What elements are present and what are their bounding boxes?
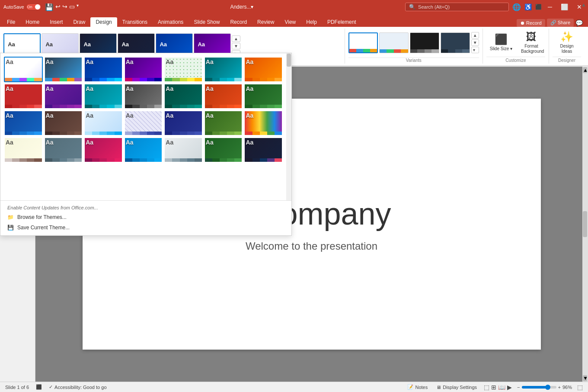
- theme-item-18[interactable]: Aa: [164, 110, 203, 136]
- scroll-down-btn[interactable]: ▼: [583, 375, 587, 381]
- variant-2[interactable]: [379, 32, 409, 53]
- accessibility-status[interactable]: ✓ Accessibility: Good to go: [49, 384, 106, 390]
- slide-subtitle: Welcome to the presentation: [246, 240, 377, 252]
- theme-scrollbar[interactable]: [286, 53, 291, 200]
- scroll-up-btn[interactable]: ▲: [583, 67, 587, 73]
- theme-item-7[interactable]: Aa: [4, 84, 43, 109]
- theme-item-15[interactable]: Aa: [44, 110, 83, 136]
- theme-item-24[interactable]: Aa: [124, 137, 163, 163]
- variant-3[interactable]: [410, 32, 439, 53]
- zoom-in-button[interactable]: +: [558, 385, 561, 390]
- share-button[interactable]: 🔗 Share: [547, 19, 574, 27]
- tab-home[interactable]: Home: [20, 17, 45, 27]
- notes-label: Notes: [415, 385, 428, 390]
- comments-icon[interactable]: 💬: [575, 19, 583, 26]
- search-placeholder: Search (Alt+Q): [418, 4, 450, 10]
- theme-item-3[interactable]: Aa: [124, 57, 163, 82]
- theme-item-2[interactable]: Aa: [84, 57, 123, 82]
- zoom-slider[interactable]: [522, 386, 556, 389]
- record-button-top[interactable]: ⏺ Record: [517, 19, 545, 27]
- main-scrollbar[interactable]: ▲ ▼: [582, 67, 588, 382]
- theme-item-20[interactable]: Aa: [244, 110, 283, 136]
- scrollbar-thumb[interactable]: [583, 211, 587, 237]
- slide-sorter-icon[interactable]: ⊞: [491, 384, 496, 391]
- ribbon-collapse-icon[interactable]: ⬛: [535, 4, 542, 10]
- theme-item-13[interactable]: Aa: [244, 84, 283, 109]
- theme-item-4[interactable]: Aa: [164, 57, 203, 82]
- theme-item-23[interactable]: Aa: [84, 137, 123, 163]
- theme-item-9[interactable]: Aa: [84, 84, 123, 109]
- variants-scroll-up[interactable]: ▲: [471, 32, 479, 39]
- autosave-toggle[interactable]: On: [26, 3, 42, 10]
- save-theme-item[interactable]: 💾 Save Current Theme...: [4, 222, 288, 233]
- theme-item-11[interactable]: Aa: [164, 84, 203, 109]
- tab-file[interactable]: File: [2, 17, 20, 27]
- theme-item-5[interactable]: Aa: [204, 57, 243, 82]
- enable-updates-text[interactable]: Enable Content Updates from Office.com..…: [4, 203, 288, 212]
- redo-icon[interactable]: ↪: [62, 3, 67, 11]
- theme-item-1[interactable]: Aa: [44, 57, 83, 82]
- tab-pdfelement[interactable]: PDFelement: [322, 17, 361, 27]
- minimize-button[interactable]: ─: [545, 3, 555, 11]
- design-ideas-button[interactable]: ✨ Design Ideas: [553, 29, 581, 56]
- theme-item-10[interactable]: Aa: [124, 84, 163, 109]
- format-background-button[interactable]: 🖼 Format Background: [518, 29, 545, 56]
- display-settings-button[interactable]: 🖥 Display Settings: [435, 384, 479, 391]
- tab-animations[interactable]: Animations: [153, 17, 189, 27]
- theme-item-17[interactable]: Aa: [124, 110, 163, 136]
- filename[interactable]: Anders...▾: [79, 4, 405, 10]
- reading-view-icon[interactable]: 📖: [498, 384, 505, 391]
- tab-record[interactable]: Record: [225, 17, 252, 27]
- variants-expand[interactable]: ▾: [471, 47, 479, 53]
- normal-view-icon[interactable]: ⬚: [484, 384, 489, 391]
- variants-scroll-down[interactable]: ▼: [471, 39, 479, 46]
- theme-scrollbar-thumb[interactable]: [287, 54, 291, 67]
- tab-slideshow[interactable]: Slide Show: [189, 17, 225, 27]
- variant-4[interactable]: [441, 32, 470, 53]
- notes-button[interactable]: 📝 Notes: [406, 383, 429, 391]
- zoom-level[interactable]: 96%: [562, 385, 572, 390]
- slide-size-button[interactable]: ⬛ Slide Size ▾: [486, 32, 516, 53]
- tab-help[interactable]: Help: [301, 17, 322, 27]
- ribbon-collapse-arrow[interactable]: ▲: [579, 0, 588, 10]
- theme-item-16[interactable]: Aa: [84, 110, 123, 136]
- design-ideas-icon: ✨: [560, 31, 573, 43]
- theme-item-6[interactable]: Aa: [244, 57, 283, 82]
- zoom-thumb[interactable]: [545, 385, 550, 390]
- customize-quick-access-icon[interactable]: ⬛: [36, 384, 42, 390]
- theme-item-19[interactable]: Aa: [204, 110, 243, 136]
- theme-item-8[interactable]: Aa: [44, 84, 83, 109]
- status-right: 📝 Notes 🖥 Display Settings ⬚ ⊞ 📖 ▶ − + 9…: [406, 383, 583, 391]
- slideshow-view-icon[interactable]: ▶: [507, 384, 512, 391]
- theme-item-21[interactable]: Aa: [4, 137, 43, 163]
- tab-draw[interactable]: Draw: [68, 17, 90, 27]
- tab-review[interactable]: Review: [252, 17, 279, 27]
- restore-button[interactable]: ⬜: [558, 3, 571, 11]
- designer-label: Designer: [553, 57, 581, 64]
- theme-item-22[interactable]: Aa: [44, 137, 83, 163]
- dropdown-footer: Enable Content Updates from Office.com..…: [0, 200, 291, 235]
- save-icon[interactable]: 💾: [45, 3, 54, 11]
- tab-transitions[interactable]: Transitions: [117, 17, 153, 27]
- undo-icon[interactable]: ↩: [55, 3, 61, 11]
- help-globe-icon[interactable]: 🌐: [512, 3, 521, 11]
- gallery-scroll-down[interactable]: ▼: [232, 43, 240, 49]
- theme-item-12[interactable]: Aa: [204, 84, 243, 109]
- customize-icon[interactable]: ▭: [69, 3, 75, 11]
- accessibility-icon[interactable]: ♿: [524, 3, 532, 10]
- theme-item-14[interactable]: Aa: [4, 110, 43, 136]
- gallery-scroll-up[interactable]: ▲: [232, 35, 240, 42]
- fit-to-window-icon[interactable]: ⬚: [577, 384, 583, 391]
- theme-item-0[interactable]: Aa: [4, 57, 43, 82]
- theme-item-27[interactable]: Aa: [244, 137, 283, 163]
- theme-item-25[interactable]: Aa: [164, 137, 203, 163]
- tab-insert[interactable]: Insert: [45, 17, 68, 27]
- variant-1[interactable]: [348, 32, 378, 53]
- theme-grid-container: AaAaAaAaAaAaAaAaAaAaAaAaAaAaAaAaAaAaAaAa…: [0, 53, 291, 200]
- theme-item-26[interactable]: Aa: [204, 137, 243, 163]
- zoom-out-button[interactable]: −: [517, 385, 520, 390]
- browse-themes-item[interactable]: 📁 Browse for Themes...: [4, 212, 288, 222]
- tab-view[interactable]: View: [279, 17, 301, 27]
- tab-design[interactable]: Design: [90, 17, 117, 27]
- save-theme-icon: 💾: [7, 225, 14, 231]
